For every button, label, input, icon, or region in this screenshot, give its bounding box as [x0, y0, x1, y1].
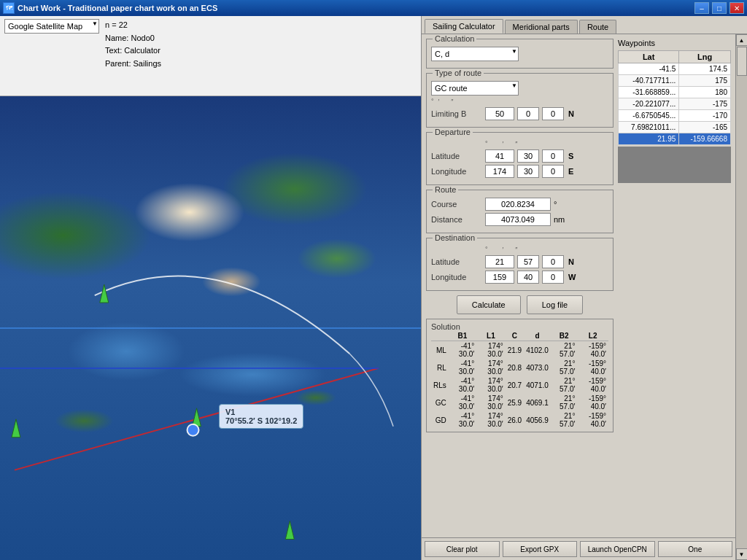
dep-lat-sec[interactable] — [542, 149, 564, 163]
solution-section: Solution B1 L1 C d — [426, 319, 614, 432]
form-left-col: Calculation C, d B1, B2, L1, l B1, C, d — [426, 39, 614, 432]
minimize-button[interactable]: – — [694, 2, 709, 14]
export-gpx-button[interactable]: Export GPX — [503, 541, 578, 557]
formula-dropdown-wrapper: C, d B1, B2, L1, l B1, C, d — [431, 47, 519, 61]
waypoint-row[interactable]: -31.668859... 180 — [619, 87, 731, 98]
sol-header-b2: B2 — [551, 331, 578, 341]
wp-lng: -175 — [679, 98, 731, 110]
dest-lat-dir: N — [568, 257, 574, 266]
meta-line2: Name: Nodo0 — [105, 32, 161, 45]
solution-row: GD -41° 30.0′ 174° 30.0′ 26.0 4056.9 21°… — [431, 411, 608, 429]
svg-point-7 — [187, 424, 199, 436]
dest-lng-deg[interactable] — [485, 271, 514, 284]
sol-l1: 174° 30.0′ — [476, 394, 506, 411]
svg-marker-6 — [285, 521, 294, 540]
sol-header-l2: L2 — [577, 331, 608, 341]
wp-lng: -165 — [679, 122, 731, 133]
sol-b1: -41° 30.0′ — [449, 394, 476, 411]
sol-b2: 21° 57.0′ — [551, 376, 578, 394]
wp-lat: -20.221077... — [619, 98, 679, 110]
sol-l1: 174° 30.0′ — [476, 359, 506, 376]
dep-lat-label: Latitude — [431, 152, 482, 160]
maximize-button[interactable]: □ — [712, 2, 727, 14]
dest-lat-min[interactable] — [517, 255, 539, 268]
sol-b2: 21° 57.0′ — [551, 359, 578, 376]
one-button[interactable]: One — [658, 541, 733, 557]
svg-marker-4 — [12, 419, 20, 438]
dep-lat-min[interactable] — [517, 149, 539, 163]
limiting-b-sec[interactable] — [542, 107, 564, 120]
wp-header-lat: Lat — [619, 51, 679, 63]
sol-l2: -159° 40.0′ — [577, 411, 608, 429]
dest-lat-sec[interactable] — [542, 255, 564, 268]
app-icon: 🗺 — [3, 2, 15, 14]
scroll-thumb[interactable] — [737, 47, 747, 76]
course-label: Course — [431, 200, 482, 209]
wp-lat: -31.668859... — [619, 87, 679, 98]
waypoint-row[interactable]: 7.69821011... -165 — [619, 122, 731, 133]
sol-l2: -159° 40.0′ — [577, 341, 608, 359]
tab-sailing-calculator[interactable]: Sailing Calculator — [425, 19, 503, 34]
course-input[interactable] — [485, 198, 551, 211]
clear-plot-button[interactable]: Clear plot — [425, 541, 500, 557]
sol-method: GC — [431, 394, 449, 411]
sol-d: 4056.9 — [524, 411, 551, 429]
limiting-b-deg[interactable] — [485, 107, 514, 120]
scroll-up-button[interactable]: ▲ — [736, 34, 748, 46]
map-background: V1 70°55.2′ S 102°19.2 — [0, 96, 421, 560]
waypoint-row[interactable]: -6.6750545... -170 — [619, 110, 731, 122]
main-layout: Google Satellite Map n = 22 Name: Nodo0 … — [0, 16, 747, 560]
map-info-bar: Google Satellite Map n = 22 Name: Nodo0 … — [0, 16, 421, 96]
bottom-bar: Clear plot Export GPX Launch OpenCPN One — [422, 537, 735, 560]
type-of-route-section: Type of route GC route RL route GD route — [426, 73, 614, 128]
map-overlay-svg — [0, 96, 421, 560]
formula-dropdown[interactable]: C, d B1, B2, L1, l B1, C, d — [431, 47, 519, 61]
dep-lng-label: Longitude — [431, 167, 482, 176]
svg-marker-3 — [100, 284, 109, 303]
scroll-down-button[interactable]: ▼ — [736, 548, 748, 560]
sol-c: 26.0 — [506, 411, 524, 429]
wp-lng: -159.66668 — [679, 133, 731, 145]
dep-lng-deg[interactable] — [485, 165, 514, 178]
tab-meridional-parts[interactable]: Meridional parts — [505, 20, 578, 34]
route-type-dropdown[interactable]: GC route RL route GD route — [431, 81, 519, 96]
route-title: Route — [433, 185, 458, 194]
close-button[interactable]: ✕ — [729, 2, 744, 14]
waypoints-gray-box — [618, 147, 731, 183]
limiting-b-min[interactable] — [517, 107, 539, 120]
sol-l2: -159° 40.0′ — [577, 359, 608, 376]
destination-section: Destination ° ′ ″ Latitude — [426, 238, 614, 291]
dep-lng-min[interactable] — [517, 165, 539, 178]
sol-c: 21.9 — [506, 341, 524, 359]
meta-line3: Text: Calculator — [105, 44, 161, 58]
dep-lat-deg[interactable] — [485, 149, 514, 163]
waypoint-row[interactable]: -41.5 174.5 — [619, 63, 731, 75]
dest-lng-sec[interactable] — [542, 271, 564, 284]
map-selector-dropdown[interactable]: Google Satellite Map — [4, 19, 99, 34]
sol-l2: -159° 40.0′ — [577, 394, 608, 411]
wp-lng: 180 — [679, 87, 731, 98]
sol-c: 20.7 — [506, 376, 524, 394]
log-file-button[interactable]: Log file — [527, 295, 583, 314]
calculate-button[interactable]: Calculate — [457, 295, 521, 314]
sol-b2: 21° 57.0′ — [551, 341, 578, 359]
dest-lng-min[interactable] — [517, 271, 539, 284]
solution-row: RL -41° 30.0′ 174° 30.0′ 20.8 4073.0 21°… — [431, 359, 608, 376]
solution-table: B1 L1 C d B2 L2 — [431, 331, 608, 429]
sol-b1: -41° 30.0′ — [449, 341, 476, 359]
tab-route[interactable]: Route — [579, 20, 616, 34]
distance-input[interactable] — [485, 213, 551, 226]
launch-opencpn-button[interactable]: Launch OpenCPN — [580, 541, 655, 557]
wp-lat: 7.69821011... — [619, 122, 679, 133]
wp-lat: -6.6750545... — [619, 110, 679, 122]
dest-lat-deg[interactable] — [485, 255, 514, 268]
map-area[interactable]: V1 70°55.2′ S 102°19.2 ©2014 Google - Ma… — [0, 96, 421, 560]
wp-header-lng: Lng — [679, 51, 731, 63]
dep-lng-sec[interactable] — [542, 165, 564, 178]
tab-bar: Sailing Calculator Meridional parts Rout… — [422, 16, 747, 34]
titlebar: 🗺 Chart Work - Traditional paper chart w… — [0, 0, 747, 16]
waypoint-row[interactable]: -40.717711... 175 — [619, 75, 731, 87]
waypoint-row[interactable]: -20.221077... -175 — [619, 98, 731, 110]
sol-header-c: C — [506, 331, 524, 341]
waypoint-row[interactable]: 21.95 -159.66668 — [619, 133, 731, 145]
